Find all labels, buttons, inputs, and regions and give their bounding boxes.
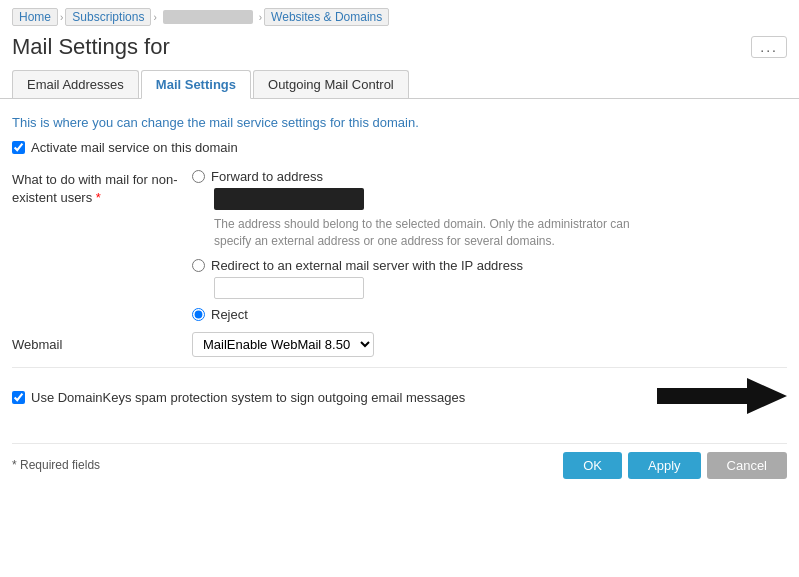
breadcrumb-sep-2: › [153, 12, 156, 23]
domainkeys-row: Use DomainKeys spam protection system to… [12, 367, 787, 427]
radio-reject: Reject [192, 307, 787, 322]
radio-reject-label[interactable]: Reject [211, 307, 248, 322]
activate-checkbox[interactable] [12, 141, 25, 154]
tab-email-addresses[interactable]: Email Addresses [12, 70, 139, 98]
forward-hint: The address should belong to the selecte… [214, 216, 634, 250]
breadcrumb: Home › Subscriptions › › Websites & Doma… [0, 0, 799, 30]
buttons-row: * Required fields OK Apply Cancel [12, 443, 787, 487]
redirect-ip-input[interactable] [214, 277, 364, 299]
tab-outgoing-mail-control[interactable]: Outgoing Mail Control [253, 70, 409, 98]
ok-button[interactable]: OK [563, 452, 622, 479]
breadcrumb-subscriptions[interactable]: Subscriptions [65, 8, 151, 26]
breadcrumb-masked-value [163, 10, 253, 24]
webmail-select[interactable]: MailEnable WebMail 8.50 Horde Roundcube [192, 332, 374, 357]
non-existent-fields: Forward to address The address should be… [192, 169, 787, 326]
breadcrumb-websites-link[interactable]: Websites & Domains [264, 8, 389, 26]
breadcrumb-websites[interactable]: Websites & Domains [264, 8, 389, 26]
tab-mail-settings[interactable]: Mail Settings [141, 70, 251, 99]
webmail-row: Webmail MailEnable WebMail 8.50 Horde Ro… [12, 332, 787, 357]
radio-forward: Forward to address [192, 169, 787, 184]
arrow-icon [657, 378, 787, 414]
arrow-indicator [657, 378, 787, 417]
breadcrumb-home-link[interactable]: Home [12, 8, 58, 26]
main-content: This is where you can change the mail se… [0, 111, 799, 507]
breadcrumb-masked-item [159, 10, 257, 24]
domainkeys-checkbox[interactable] [12, 391, 25, 404]
required-star: * [96, 190, 101, 205]
page-title: Mail Settings for [12, 34, 751, 60]
tabs-container: Email Addresses Mail Settings Outgoing M… [0, 70, 799, 99]
info-text: This is where you can change the mail se… [12, 115, 787, 130]
page-header: Mail Settings for ... [0, 30, 799, 70]
activate-label[interactable]: Activate mail service on this domain [31, 140, 238, 155]
required-note: * Required fields [12, 458, 557, 472]
svg-marker-0 [657, 378, 787, 414]
forward-address-masked [214, 188, 364, 210]
activate-row: Activate mail service on this domain [12, 140, 787, 155]
radio-forward-input[interactable] [192, 170, 205, 183]
breadcrumb-subscriptions-link[interactable]: Subscriptions [65, 8, 151, 26]
more-button[interactable]: ... [751, 36, 787, 58]
cancel-button[interactable]: Cancel [707, 452, 787, 479]
apply-button[interactable]: Apply [628, 452, 701, 479]
radio-reject-input[interactable] [192, 308, 205, 321]
breadcrumb-sep-1: › [60, 12, 63, 23]
non-existent-label: What to do with mail for non-existent us… [12, 169, 192, 207]
non-existent-form-row: What to do with mail for non-existent us… [12, 169, 787, 326]
radio-forward-label[interactable]: Forward to address [211, 169, 323, 184]
radio-redirect: Redirect to an external mail server with… [192, 258, 787, 273]
webmail-label: Webmail [12, 337, 192, 352]
domainkeys-label[interactable]: Use DomainKeys spam protection system to… [31, 390, 637, 405]
radio-redirect-input[interactable] [192, 259, 205, 272]
breadcrumb-sep-3: › [259, 12, 262, 23]
breadcrumb-home[interactable]: Home [12, 8, 58, 26]
radio-redirect-label[interactable]: Redirect to an external mail server with… [211, 258, 523, 273]
